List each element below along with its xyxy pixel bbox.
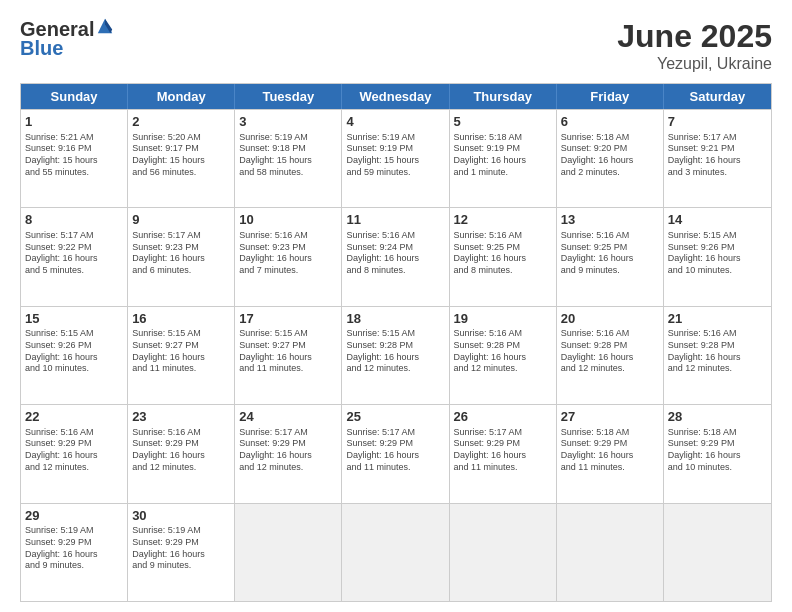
day-info: Sunrise: 5:16 AM Sunset: 9:29 PM Dayligh… [25,427,123,474]
day-cell-21: 21Sunrise: 5:16 AM Sunset: 9:28 PM Dayli… [664,307,771,404]
page: General Blue June 2025 Yezupil, Ukraine … [0,0,792,612]
location-subtitle: Yezupil, Ukraine [617,55,772,73]
header-day-saturday: Saturday [664,84,771,109]
day-cell-3: 3Sunrise: 5:19 AM Sunset: 9:18 PM Daylig… [235,110,342,207]
day-cell-4: 4Sunrise: 5:19 AM Sunset: 9:19 PM Daylig… [342,110,449,207]
calendar-row-1: 1Sunrise: 5:21 AM Sunset: 9:16 PM Daylig… [21,109,771,207]
day-cell-1: 1Sunrise: 5:21 AM Sunset: 9:16 PM Daylig… [21,110,128,207]
day-cell-12: 12Sunrise: 5:16 AM Sunset: 9:25 PM Dayli… [450,208,557,305]
day-cell-8: 8Sunrise: 5:17 AM Sunset: 9:22 PM Daylig… [21,208,128,305]
day-cell-2: 2Sunrise: 5:20 AM Sunset: 9:17 PM Daylig… [128,110,235,207]
day-info: Sunrise: 5:21 AM Sunset: 9:16 PM Dayligh… [25,132,123,179]
day-number: 30 [132,507,230,525]
day-info: Sunrise: 5:16 AM Sunset: 9:28 PM Dayligh… [668,328,767,375]
day-info: Sunrise: 5:17 AM Sunset: 9:23 PM Dayligh… [132,230,230,277]
day-info: Sunrise: 5:18 AM Sunset: 9:29 PM Dayligh… [561,427,659,474]
empty-cell [342,504,449,601]
day-number: 3 [239,113,337,131]
day-number: 1 [25,113,123,131]
day-number: 7 [668,113,767,131]
day-number: 4 [346,113,444,131]
day-number: 5 [454,113,552,131]
calendar-row-3: 15Sunrise: 5:15 AM Sunset: 9:26 PM Dayli… [21,306,771,404]
day-number: 22 [25,408,123,426]
day-cell-5: 5Sunrise: 5:18 AM Sunset: 9:19 PM Daylig… [450,110,557,207]
day-number: 18 [346,310,444,328]
day-number: 28 [668,408,767,426]
day-cell-20: 20Sunrise: 5:16 AM Sunset: 9:28 PM Dayli… [557,307,664,404]
calendar-row-5: 29Sunrise: 5:19 AM Sunset: 9:29 PM Dayli… [21,503,771,601]
logo-blue-text: Blue [20,37,63,60]
empty-cell [235,504,342,601]
day-cell-30: 30Sunrise: 5:19 AM Sunset: 9:29 PM Dayli… [128,504,235,601]
day-number: 13 [561,211,659,229]
day-number: 21 [668,310,767,328]
day-cell-9: 9Sunrise: 5:17 AM Sunset: 9:23 PM Daylig… [128,208,235,305]
day-info: Sunrise: 5:19 AM Sunset: 9:29 PM Dayligh… [25,525,123,572]
day-cell-16: 16Sunrise: 5:15 AM Sunset: 9:27 PM Dayli… [128,307,235,404]
day-info: Sunrise: 5:19 AM Sunset: 9:29 PM Dayligh… [132,525,230,572]
header-day-wednesday: Wednesday [342,84,449,109]
day-info: Sunrise: 5:18 AM Sunset: 9:29 PM Dayligh… [668,427,767,474]
empty-cell [450,504,557,601]
day-cell-13: 13Sunrise: 5:16 AM Sunset: 9:25 PM Dayli… [557,208,664,305]
day-cell-22: 22Sunrise: 5:16 AM Sunset: 9:29 PM Dayli… [21,405,128,502]
main-title: June 2025 [617,18,772,55]
day-info: Sunrise: 5:17 AM Sunset: 9:22 PM Dayligh… [25,230,123,277]
day-cell-11: 11Sunrise: 5:16 AM Sunset: 9:24 PM Dayli… [342,208,449,305]
day-info: Sunrise: 5:20 AM Sunset: 9:17 PM Dayligh… [132,132,230,179]
calendar-row-4: 22Sunrise: 5:16 AM Sunset: 9:29 PM Dayli… [21,404,771,502]
header-day-sunday: Sunday [21,84,128,109]
day-info: Sunrise: 5:17 AM Sunset: 9:29 PM Dayligh… [346,427,444,474]
day-info: Sunrise: 5:15 AM Sunset: 9:26 PM Dayligh… [25,328,123,375]
day-number: 16 [132,310,230,328]
day-number: 9 [132,211,230,229]
day-info: Sunrise: 5:18 AM Sunset: 9:20 PM Dayligh… [561,132,659,179]
calendar: SundayMondayTuesdayWednesdayThursdayFrid… [20,83,772,602]
title-block: June 2025 Yezupil, Ukraine [617,18,772,73]
day-info: Sunrise: 5:17 AM Sunset: 9:29 PM Dayligh… [239,427,337,474]
header-day-friday: Friday [557,84,664,109]
day-info: Sunrise: 5:15 AM Sunset: 9:28 PM Dayligh… [346,328,444,375]
empty-cell [557,504,664,601]
day-cell-27: 27Sunrise: 5:18 AM Sunset: 9:29 PM Dayli… [557,405,664,502]
day-number: 8 [25,211,123,229]
logo-icon [96,17,114,35]
day-cell-24: 24Sunrise: 5:17 AM Sunset: 9:29 PM Dayli… [235,405,342,502]
day-cell-25: 25Sunrise: 5:17 AM Sunset: 9:29 PM Dayli… [342,405,449,502]
logo: General Blue [20,18,114,60]
day-number: 23 [132,408,230,426]
calendar-body: 1Sunrise: 5:21 AM Sunset: 9:16 PM Daylig… [21,109,771,601]
day-number: 17 [239,310,337,328]
day-info: Sunrise: 5:16 AM Sunset: 9:28 PM Dayligh… [454,328,552,375]
day-info: Sunrise: 5:16 AM Sunset: 9:24 PM Dayligh… [346,230,444,277]
day-info: Sunrise: 5:17 AM Sunset: 9:29 PM Dayligh… [454,427,552,474]
day-number: 10 [239,211,337,229]
day-cell-10: 10Sunrise: 5:16 AM Sunset: 9:23 PM Dayli… [235,208,342,305]
header-day-tuesday: Tuesday [235,84,342,109]
day-cell-28: 28Sunrise: 5:18 AM Sunset: 9:29 PM Dayli… [664,405,771,502]
day-number: 11 [346,211,444,229]
day-info: Sunrise: 5:16 AM Sunset: 9:23 PM Dayligh… [239,230,337,277]
day-cell-19: 19Sunrise: 5:16 AM Sunset: 9:28 PM Dayli… [450,307,557,404]
day-cell-7: 7Sunrise: 5:17 AM Sunset: 9:21 PM Daylig… [664,110,771,207]
day-info: Sunrise: 5:17 AM Sunset: 9:21 PM Dayligh… [668,132,767,179]
day-cell-14: 14Sunrise: 5:15 AM Sunset: 9:26 PM Dayli… [664,208,771,305]
empty-cell [664,504,771,601]
day-cell-23: 23Sunrise: 5:16 AM Sunset: 9:29 PM Dayli… [128,405,235,502]
day-info: Sunrise: 5:19 AM Sunset: 9:19 PM Dayligh… [346,132,444,179]
day-cell-29: 29Sunrise: 5:19 AM Sunset: 9:29 PM Dayli… [21,504,128,601]
day-cell-6: 6Sunrise: 5:18 AM Sunset: 9:20 PM Daylig… [557,110,664,207]
day-cell-26: 26Sunrise: 5:17 AM Sunset: 9:29 PM Dayli… [450,405,557,502]
day-info: Sunrise: 5:15 AM Sunset: 9:27 PM Dayligh… [239,328,337,375]
day-cell-18: 18Sunrise: 5:15 AM Sunset: 9:28 PM Dayli… [342,307,449,404]
day-info: Sunrise: 5:19 AM Sunset: 9:18 PM Dayligh… [239,132,337,179]
calendar-row-2: 8Sunrise: 5:17 AM Sunset: 9:22 PM Daylig… [21,207,771,305]
day-number: 14 [668,211,767,229]
day-number: 6 [561,113,659,131]
header: General Blue June 2025 Yezupil, Ukraine [20,18,772,73]
day-number: 27 [561,408,659,426]
day-number: 29 [25,507,123,525]
calendar-header: SundayMondayTuesdayWednesdayThursdayFrid… [21,84,771,109]
day-info: Sunrise: 5:16 AM Sunset: 9:25 PM Dayligh… [454,230,552,277]
